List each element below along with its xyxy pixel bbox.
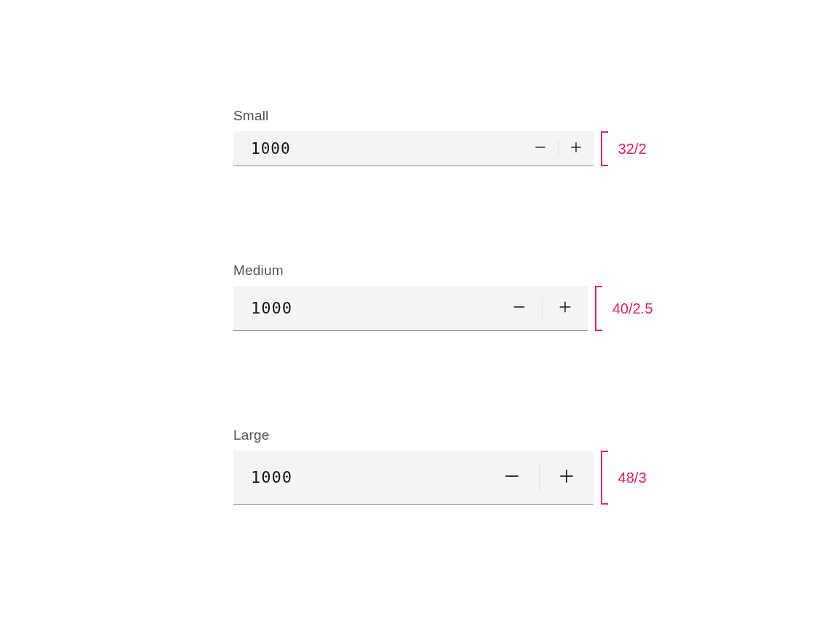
size-bracket-small: 32/2: [601, 131, 671, 166]
size-label-small: Small: [233, 108, 671, 124]
size-annotation-small: 32/2: [618, 141, 647, 158]
decrement-button-small[interactable]: [523, 131, 558, 166]
number-input-group-small: Small 1000 32/2: [233, 108, 671, 166]
decrement-button-medium[interactable]: [497, 286, 542, 330]
row-large: 1000 48/3: [233, 451, 671, 505]
number-value-small[interactable]: 1000: [233, 131, 523, 166]
plus-icon: [569, 140, 583, 157]
minus-icon: [511, 299, 527, 317]
number-input-large: 1000: [233, 451, 594, 505]
size-label-medium: Medium: [233, 262, 671, 279]
size-bracket-large: 48/3: [601, 451, 671, 505]
number-value-medium[interactable]: 1000: [233, 286, 497, 330]
increment-button-small[interactable]: [559, 131, 594, 166]
plus-icon: [557, 299, 573, 317]
number-input-group-large: Large 1000 48/3: [233, 427, 671, 505]
number-input-small: 1000: [233, 131, 594, 166]
plus-icon: [557, 467, 576, 488]
row-medium: 1000 40/2.5: [233, 286, 671, 331]
size-annotation-medium: 40/2.5: [612, 300, 653, 317]
size-bracket-medium: 40/2.5: [595, 286, 671, 331]
increment-button-medium[interactable]: [542, 286, 588, 330]
number-input-group-medium: Medium 1000 40/2.5: [233, 262, 671, 331]
number-input-medium: 1000: [233, 286, 588, 331]
increment-button-large[interactable]: [540, 451, 594, 504]
minus-icon: [533, 140, 548, 157]
decrement-button-large[interactable]: [485, 451, 539, 504]
size-annotation-large: 48/3: [618, 470, 647, 486]
row-small: 1000 32/2: [233, 131, 671, 166]
minus-icon: [502, 467, 521, 488]
size-label-large: Large: [233, 427, 671, 443]
number-value-large[interactable]: 1000: [233, 451, 485, 504]
